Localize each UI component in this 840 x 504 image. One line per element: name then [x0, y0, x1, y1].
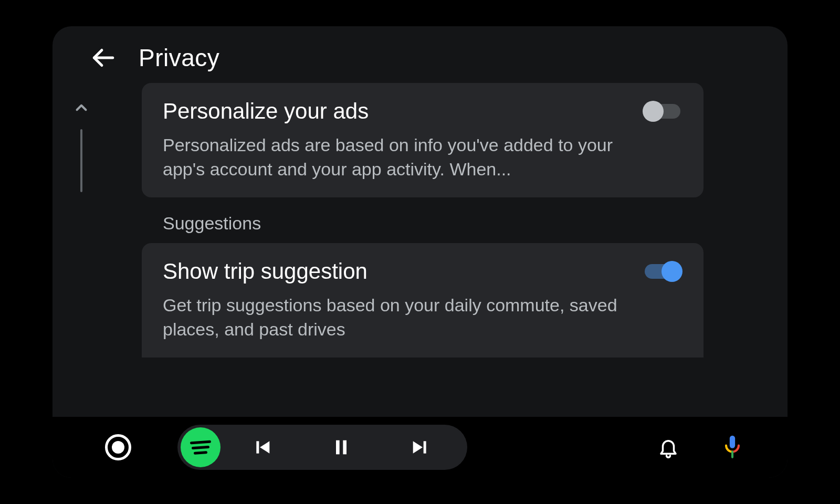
pause-icon [331, 437, 352, 458]
previous-track-button[interactable] [226, 425, 299, 470]
scroll-up-button[interactable] [72, 99, 90, 119]
spotify-icon[interactable] [181, 427, 220, 467]
play-pause-button[interactable] [304, 425, 378, 470]
setting-personalize-ads[interactable]: Personalize your ads Personalized ads ar… [142, 83, 704, 197]
settings-screen: Privacy [52, 26, 788, 478]
setting-description: Get trip suggestions based on your daily… [163, 293, 622, 342]
setting-description: Personalized ads are based on info you'v… [163, 133, 622, 182]
setting-title: Personalize your ads [163, 99, 622, 124]
back-button[interactable] [88, 43, 118, 72]
section-label-suggestions: Suggestions [142, 197, 704, 243]
svg-rect-3 [336, 440, 340, 455]
svg-rect-1 [256, 441, 259, 453]
svg-marker-5 [413, 441, 423, 453]
mic-icon [721, 435, 743, 460]
skip-previous-icon [252, 437, 273, 458]
toggle-knob [643, 101, 664, 122]
chevron-up-icon [72, 99, 90, 117]
notifications-button[interactable] [650, 429, 687, 466]
bell-icon [657, 436, 679, 458]
toggle-trip-suggestion[interactable] [643, 261, 682, 282]
header: Privacy [52, 26, 788, 83]
scroll-track[interactable] [80, 129, 82, 192]
skip-next-icon [410, 437, 430, 458]
setting-title: Show trip suggestion [163, 259, 622, 284]
svg-rect-4 [343, 440, 346, 455]
svg-marker-2 [260, 441, 269, 453]
svg-rect-7 [730, 436, 735, 448]
home-button[interactable] [105, 434, 131, 460]
back-arrow-icon [90, 45, 116, 71]
setting-trip-suggestion[interactable]: Show trip suggestion Get trip suggestion… [142, 243, 704, 358]
assistant-button[interactable] [714, 429, 751, 466]
media-control-pill [177, 425, 467, 470]
system-bar [52, 417, 788, 478]
toggle-knob [662, 261, 682, 282]
toggle-personalize-ads[interactable] [643, 101, 682, 122]
page-title: Privacy [139, 44, 219, 72]
next-track-button[interactable] [383, 425, 457, 470]
svg-rect-6 [424, 441, 426, 453]
